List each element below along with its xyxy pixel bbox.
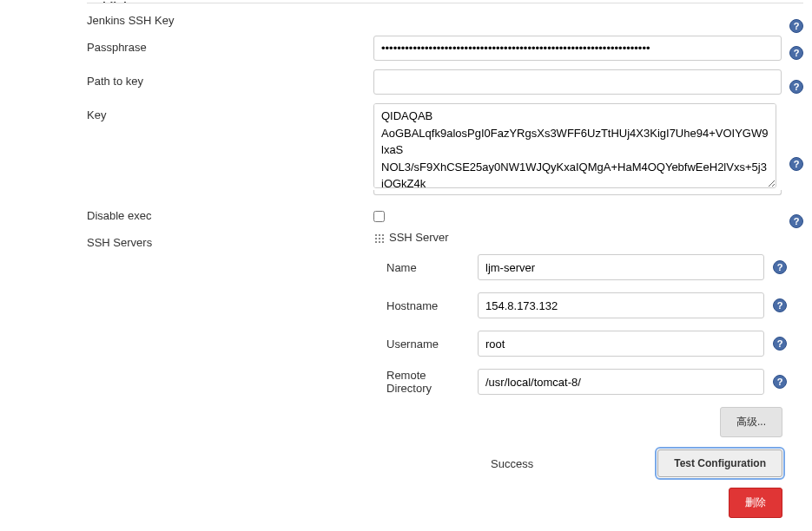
jenkins-ssh-key-row: Jenkins SSH Key ? [87, 9, 803, 27]
help-icon[interactable]: ? [773, 337, 787, 351]
ssh-server-title: SSH Server [389, 231, 449, 244]
ssh-servers-label: SSH Servers [87, 231, 373, 249]
remote-dir-row: Remote Directory ? [386, 369, 803, 395]
passphrase-label: Passphrase [87, 36, 373, 54]
jenkins-ssh-key-label: Jenkins SSH Key [87, 9, 373, 27]
hostname-label: Hostname [386, 299, 478, 312]
key-label: Key [87, 103, 373, 121]
help-icon[interactable]: ? [789, 157, 803, 171]
help-icon[interactable]: ? [773, 298, 787, 312]
help-icon[interactable]: ? [789, 19, 803, 33]
username-input[interactable] [478, 331, 764, 357]
help-icon[interactable]: ? [789, 80, 803, 94]
name-label: Name [386, 261, 478, 274]
advanced-row: 高级... [386, 407, 803, 437]
hostname-row: Hostname ? [386, 292, 803, 318]
disable-exec-row: Disable exec ? [87, 204, 803, 222]
ssh-server-header: SSH Server [373, 231, 449, 244]
section-title: Publish over SSH [87, 0, 803, 3]
test-row: Success Test Configuration [386, 449, 803, 477]
delete-button[interactable]: 删除 [729, 488, 782, 518]
path-to-key-row: Path to key ? [87, 69, 803, 95]
test-status: Success [491, 457, 533, 470]
passphrase-input[interactable] [373, 36, 782, 61]
remote-dir-input[interactable] [478, 369, 764, 395]
help-icon[interactable]: ? [773, 375, 787, 389]
key-row: Key ? [87, 103, 803, 195]
delete-row: 删除 [386, 488, 803, 518]
help-icon[interactable]: ? [789, 214, 803, 228]
test-configuration-button[interactable]: Test Configuration [657, 449, 782, 477]
username-row: Username ? [386, 331, 803, 357]
drag-handle-icon[interactable] [373, 233, 384, 243]
advanced-button[interactable]: 高级... [720, 407, 782, 437]
ssh-server-block: Name ? Hostname ? Username ? Remote Dire… [373, 254, 803, 518]
hostname-input[interactable] [478, 292, 764, 318]
remote-dir-label: Remote Directory [386, 369, 478, 395]
path-to-key-label: Path to key [87, 69, 373, 88]
name-row: Name ? [386, 254, 803, 280]
username-label: Username [386, 338, 478, 351]
help-icon[interactable]: ? [773, 260, 787, 274]
textarea-footer [373, 190, 782, 195]
key-textarea[interactable] [373, 103, 776, 188]
ssh-servers-row: SSH Servers SSH Server [87, 231, 803, 251]
passphrase-row: Passphrase ? [87, 36, 803, 61]
name-input[interactable] [478, 254, 764, 280]
help-icon[interactable]: ? [789, 46, 803, 60]
disable-exec-label: Disable exec [87, 204, 373, 222]
disable-exec-checkbox[interactable] [373, 211, 385, 222]
path-to-key-input[interactable] [373, 69, 782, 95]
